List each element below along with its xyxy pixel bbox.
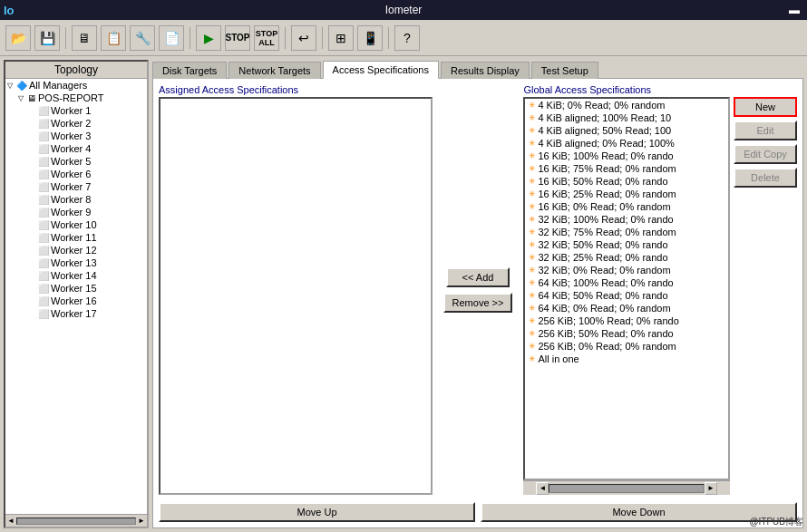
spec-icon: ✳ bbox=[529, 266, 536, 275]
global-list-item[interactable]: ✳16 KiB; 25% Read; 0% random bbox=[525, 188, 728, 200]
global-list-item[interactable]: ✳4 KiB aligned; 50% Read; 100 bbox=[525, 124, 728, 137]
display-button[interactable]: 🖥 bbox=[72, 25, 97, 51]
close-button[interactable]: ▬ bbox=[783, 4, 805, 16]
tree-item-worker-3[interactable]: ⬜Worker 3 bbox=[5, 130, 147, 142]
tab-access-specifications[interactable]: Access Specifications bbox=[323, 61, 439, 79]
global-list[interactable]: ✳4 KiB; 0% Read; 0% random✳4 KiB aligned… bbox=[525, 99, 728, 479]
toolbar-separator-5 bbox=[388, 27, 389, 49]
remove-button[interactable]: Remove >> bbox=[443, 293, 513, 313]
scroll-left-btn[interactable]: ◄ bbox=[536, 482, 549, 495]
tab-bar: Disk TargetsNetwork TargetsAccess Specif… bbox=[152, 60, 803, 78]
tree-item-worker-6[interactable]: ⬜Worker 6 bbox=[5, 168, 147, 180]
tree-item-worker-13[interactable]: ⬜Worker 13 bbox=[5, 256, 147, 269]
spec-icon: ✳ bbox=[529, 253, 536, 262]
toolbar-separator-1 bbox=[65, 27, 66, 49]
global-list-item[interactable]: ✳16 KiB; 75% Read; 0% random bbox=[525, 162, 728, 175]
tree-item-worker-5[interactable]: ⬜Worker 5 bbox=[5, 155, 147, 168]
spec-icon: ✳ bbox=[529, 139, 536, 148]
global-list-item[interactable]: ✳256 KiB; 0% Read; 0% random bbox=[525, 340, 728, 353]
tab-network-targets[interactable]: Network Targets bbox=[228, 62, 320, 79]
tree-item-worker-2[interactable]: ⬜Worker 2 bbox=[5, 117, 147, 130]
spec-icon: ✳ bbox=[529, 291, 536, 300]
global-list-item[interactable]: ✳4 KiB; 0% Read; 0% random bbox=[525, 99, 728, 111]
tree-item-worker-8[interactable]: ⬜Worker 8 bbox=[5, 193, 147, 206]
global-list-item[interactable]: ✳All in one bbox=[525, 353, 728, 365]
new-button[interactable]: New bbox=[734, 97, 797, 117]
main-content: Topology ▽🔷All Managers▽🖥POS-REPORT⬜Work… bbox=[0, 56, 807, 532]
move-up-button[interactable]: Move Up bbox=[159, 502, 475, 522]
tree-item-worker-11[interactable]: ⬜Worker 11 bbox=[5, 231, 147, 244]
sidebar-scrollbar-x[interactable]: ◄ ► bbox=[5, 514, 147, 527]
right-action-buttons: New Edit Edit Copy Delete bbox=[734, 97, 797, 495]
sidebar-title: Topology bbox=[5, 62, 147, 79]
toolbar: 📂 💾 🖥 📋 🔧 📄 ▶ STOP STOP ALL ↩ ⊞ 📱 ? bbox=[0, 20, 807, 56]
assigned-list[interactable] bbox=[159, 97, 433, 495]
global-list-item[interactable]: ✳32 KiB; 25% Read; 0% rando bbox=[525, 251, 728, 264]
help-button[interactable]: ? bbox=[394, 25, 420, 51]
panels-row: Assigned Access Specifications << Add Re… bbox=[159, 84, 797, 495]
global-list-item[interactable]: ✳32 KiB; 75% Read; 0% random bbox=[525, 226, 728, 238]
spec-icon: ✳ bbox=[529, 164, 536, 173]
global-list-item[interactable]: ✳64 KiB; 50% Read; 0% rando bbox=[525, 289, 728, 302]
tree-item-worker-10[interactable]: ⬜Worker 10 bbox=[5, 218, 147, 231]
topology-tree[interactable]: ▽🔷All Managers▽🖥POS-REPORT⬜Worker 1⬜Work… bbox=[5, 79, 147, 514]
save-button[interactable]: 💾 bbox=[34, 25, 60, 51]
assigned-panel: Assigned Access Specifications bbox=[159, 84, 433, 495]
tree-item-worker-16[interactable]: ⬜Worker 16 bbox=[5, 295, 147, 307]
copy-button[interactable]: 📄 bbox=[159, 25, 184, 51]
right-panel: Disk TargetsNetwork TargetsAccess Specif… bbox=[152, 60, 803, 528]
topology-sidebar: Topology ▽🔷All Managers▽🖥POS-REPORT⬜Work… bbox=[4, 60, 149, 528]
toolbar-separator-3 bbox=[285, 27, 286, 49]
app-logo: Io bbox=[4, 4, 15, 17]
app-title: Iometer bbox=[385, 4, 423, 16]
tree-item-worker-17[interactable]: ⬜Worker 17 bbox=[5, 307, 147, 320]
global-list-item[interactable]: ✳32 KiB; 0% Read; 0% random bbox=[525, 264, 728, 276]
spec-icon: ✳ bbox=[529, 126, 536, 135]
global-scrollbar-x[interactable]: ◄ ► bbox=[523, 480, 730, 495]
tree-item-worker-9[interactable]: ⬜Worker 9 bbox=[5, 206, 147, 218]
edit-copy-button[interactable]: Edit Copy bbox=[734, 144, 797, 164]
tree-item-worker-4[interactable]: ⬜Worker 4 bbox=[5, 142, 147, 155]
global-list-item[interactable]: ✳256 KiB; 50% Read; 0% rando bbox=[525, 327, 728, 340]
start-button[interactable]: ▶ bbox=[196, 25, 221, 51]
tree-item-worker-15[interactable]: ⬜Worker 15 bbox=[5, 282, 147, 295]
tab-disk-targets[interactable]: Disk Targets bbox=[152, 62, 227, 79]
add-button[interactable]: << Add bbox=[446, 267, 510, 287]
tree-item-all-managers[interactable]: ▽🔷All Managers bbox=[5, 79, 147, 92]
tree-item-worker-12[interactable]: ⬜Worker 12 bbox=[5, 244, 147, 256]
tree-item-pos-report[interactable]: ▽🖥POS-REPORT bbox=[5, 92, 147, 104]
edit-button[interactable]: Edit bbox=[734, 121, 797, 140]
global-list-item[interactable]: ✳32 KiB; 50% Read; 0% rando bbox=[525, 238, 728, 251]
config-button[interactable]: 📋 bbox=[101, 25, 126, 51]
stop-all-button[interactable]: STOP ALL bbox=[254, 25, 279, 51]
grid-button[interactable]: ⊞ bbox=[328, 25, 354, 51]
global-list-item[interactable]: ✳4 KiB aligned; 0% Read; 100% bbox=[525, 137, 728, 150]
device-button[interactable]: 📱 bbox=[357, 25, 383, 51]
spec-icon: ✳ bbox=[529, 316, 536, 325]
scrollbar-track[interactable] bbox=[549, 484, 705, 493]
tree-item-worker-1[interactable]: ⬜Worker 1 bbox=[5, 104, 147, 117]
refresh-button[interactable]: ↩ bbox=[291, 25, 316, 51]
filter-button[interactable]: 🔧 bbox=[130, 25, 155, 51]
watermark: @ITPUB博客 bbox=[749, 516, 803, 528]
open-button[interactable]: 📂 bbox=[5, 25, 31, 51]
tab-test-setup[interactable]: Test Setup bbox=[531, 62, 598, 79]
scroll-right-btn[interactable]: ► bbox=[705, 482, 717, 495]
global-list-item[interactable]: ✳16 KiB; 100% Read; 0% rando bbox=[525, 150, 728, 162]
global-list-item[interactable]: ✳16 KiB; 50% Read; 0% rando bbox=[525, 175, 728, 188]
global-list-item[interactable]: ✳16 KiB; 0% Read; 0% random bbox=[525, 200, 728, 213]
stop-button[interactable]: STOP bbox=[225, 25, 250, 51]
global-list-item[interactable]: ✳64 KiB; 100% Read; 0% rando bbox=[525, 276, 728, 289]
delete-button[interactable]: Delete bbox=[734, 168, 797, 188]
tree-item-worker-7[interactable]: ⬜Worker 7 bbox=[5, 180, 147, 193]
bottom-buttons: Move Up Move Down bbox=[159, 498, 797, 522]
tab-results-display[interactable]: Results Display bbox=[441, 62, 530, 79]
global-list-item[interactable]: ✳256 KiB; 100% Read; 0% rando bbox=[525, 314, 728, 327]
global-list-item[interactable]: ✳32 KiB; 100% Read; 0% rando bbox=[525, 213, 728, 226]
spec-icon: ✳ bbox=[529, 215, 536, 224]
global-list-item[interactable]: ✳4 KiB aligned; 100% Read; 10 bbox=[525, 111, 728, 124]
spec-icon: ✳ bbox=[529, 278, 536, 287]
tree-item-worker-14[interactable]: ⬜Worker 14 bbox=[5, 269, 147, 282]
global-list-item[interactable]: ✳64 KiB; 0% Read; 0% random bbox=[525, 302, 728, 314]
spec-icon: ✳ bbox=[529, 227, 536, 237]
